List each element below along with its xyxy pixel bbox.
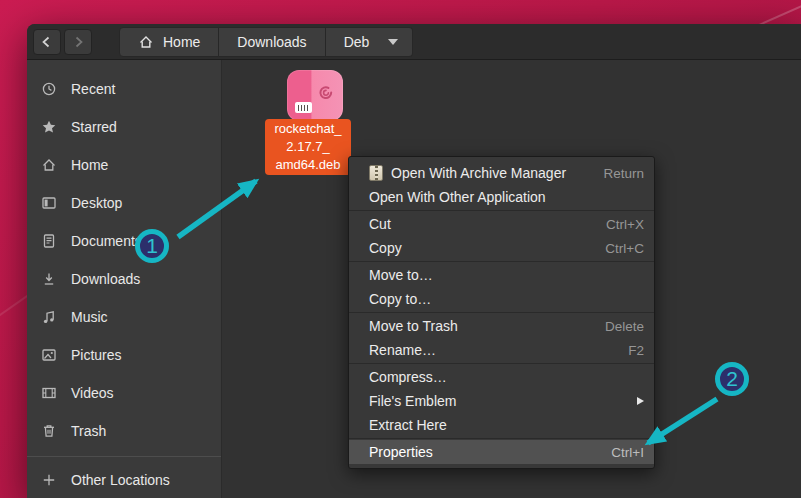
menu-separator (349, 312, 654, 313)
menu-item-copy[interactable]: Copy Ctrl+C (349, 236, 654, 260)
caret-down-icon (388, 39, 398, 45)
home-icon (40, 157, 58, 173)
archive-manager-icon (369, 165, 383, 181)
menu-item-label: Open With Other Application (369, 189, 546, 205)
file-name-line: 2.17.7_ (265, 138, 351, 156)
sidebar-item-label: Documents (71, 233, 142, 249)
annotation-step-number: 2 (726, 367, 738, 391)
trash-icon (40, 423, 58, 439)
sidebar-item-documents[interactable]: Documents (27, 222, 221, 260)
menu-separator (349, 363, 654, 364)
sidebar-item-recent[interactable]: Recent (27, 70, 221, 108)
file-name-line: rocketchat_ (265, 120, 351, 138)
sidebar-item-label: Recent (71, 81, 115, 97)
path-segment-home[interactable]: Home (119, 27, 219, 57)
chevron-right-icon (70, 34, 86, 50)
menu-item-open-with-other-application[interactable]: Open With Other Application (349, 185, 654, 209)
menu-item-open-with-archive-manager[interactable]: Open With Archive Manager Return (349, 161, 654, 185)
menu-item-label: Extract Here (369, 417, 447, 433)
menu-item-label: Open With Archive Manager (391, 165, 566, 181)
path-bar: Home Downloads Deb (119, 27, 413, 57)
menu-item-properties[interactable]: Properties Ctrl+I (349, 440, 654, 464)
menu-item-label: Move to Trash (369, 318, 458, 334)
back-button[interactable] (33, 29, 61, 55)
menu-item-compress[interactable]: Compress… (349, 365, 654, 389)
path-segment-downloads[interactable]: Downloads (219, 27, 325, 57)
plus-icon (40, 472, 58, 488)
toolbar: Home Downloads Deb (27, 24, 801, 60)
menu-separator (349, 438, 654, 439)
videos-icon (40, 385, 58, 401)
menu-item-move-to-trash[interactable]: Move to Trash Delete (349, 314, 654, 338)
star-icon (40, 119, 58, 135)
menu-item-cut[interactable]: Cut Ctrl+X (349, 212, 654, 236)
sidebar-item-label: Starred (71, 119, 117, 135)
annotation-step-number: 1 (146, 234, 158, 258)
annotation-step-1-badge: 1 (135, 229, 169, 263)
path-segment-label: Downloads (237, 34, 306, 50)
menu-item-copy-to[interactable]: Copy to… (349, 287, 654, 311)
downloads-icon (40, 271, 58, 287)
desktop-icon (40, 195, 58, 211)
menu-item-accel: Return (603, 166, 644, 181)
chevron-left-icon (39, 34, 55, 50)
sidebar-item-label: Music (71, 309, 108, 325)
sidebar-item-label: Home (71, 157, 108, 173)
debian-swirl-icon (316, 83, 336, 103)
annotation-step-2-badge: 2 (715, 362, 749, 396)
sidebar-divider (27, 456, 221, 457)
menu-item-rename[interactable]: Rename… F2 (349, 338, 654, 362)
file-name-line: amd64.deb (265, 156, 351, 174)
sidebar-item-label: Videos (71, 385, 114, 401)
path-segment-deb[interactable]: Deb (326, 27, 414, 57)
sidebar: Recent Starred Home Desktop (27, 60, 222, 498)
music-note-icon (40, 309, 58, 325)
sidebar-item-pictures[interactable]: Pictures (27, 336, 221, 374)
menu-item-label: Rename… (369, 342, 436, 358)
sidebar-item-desktop[interactable]: Desktop (27, 184, 221, 222)
sidebar-item-label: Other Locations (71, 472, 170, 488)
menu-item-accel: Ctrl+X (606, 217, 644, 232)
home-icon (138, 34, 154, 50)
menu-item-accel: F2 (628, 343, 644, 358)
sidebar-item-label: Pictures (71, 347, 122, 363)
menu-item-label: Move to… (369, 267, 433, 283)
documents-icon (40, 233, 58, 249)
menu-item-accel: Ctrl+I (611, 445, 644, 460)
sidebar-item-other-locations[interactable]: Other Locations (27, 461, 221, 498)
menu-item-label: File's Emblem (369, 393, 456, 409)
sidebar-item-label: Desktop (71, 195, 122, 211)
deb-package-icon[interactable] (287, 70, 343, 121)
barcode-icon (295, 102, 312, 113)
menu-item-files-emblem[interactable]: File's Emblem (349, 389, 654, 413)
menu-item-accel: Delete (605, 319, 644, 334)
sidebar-item-label: Trash (71, 423, 106, 439)
sidebar-item-trash[interactable]: Trash (27, 412, 221, 450)
menu-separator (349, 261, 654, 262)
menu-item-move-to[interactable]: Move to… (349, 263, 654, 287)
recent-clock-icon (40, 81, 58, 97)
menu-item-label: Copy (369, 240, 402, 256)
context-menu: Open With Archive Manager Return Open Wi… (348, 156, 655, 469)
menu-item-label: Copy to… (369, 291, 431, 307)
menu-item-label: Compress… (369, 369, 447, 385)
forward-button[interactable] (64, 29, 92, 55)
sidebar-item-downloads[interactable]: Downloads (27, 260, 221, 298)
menu-item-label: Properties (369, 444, 433, 460)
sidebar-item-music[interactable]: Music (27, 298, 221, 336)
sidebar-item-label: Downloads (71, 271, 140, 287)
path-segment-label: Home (163, 34, 200, 50)
submenu-arrow-icon (637, 397, 644, 405)
menu-item-accel: Ctrl+C (605, 241, 644, 256)
sidebar-item-videos[interactable]: Videos (27, 374, 221, 412)
sidebar-item-starred[interactable]: Starred (27, 108, 221, 146)
pictures-icon (40, 347, 58, 363)
selected-file-name[interactable]: rocketchat_ 2.17.7_ amd64.deb (265, 119, 351, 175)
menu-item-extract-here[interactable]: Extract Here (349, 413, 654, 437)
path-segment-label: Deb (344, 34, 370, 50)
menu-separator (349, 210, 654, 211)
menu-item-label: Cut (369, 216, 391, 232)
sidebar-item-home[interactable]: Home (27, 146, 221, 184)
